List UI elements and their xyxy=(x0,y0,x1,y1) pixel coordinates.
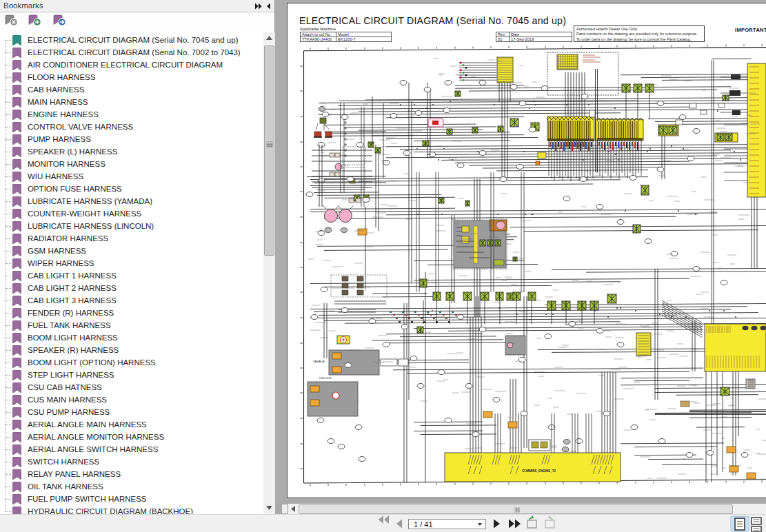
svg-text:LINCOLN: LINCOLN xyxy=(319,376,331,380)
svg-text:CUMMINS_ENGINE_T2: CUMMINS_ENGINE_T2 xyxy=(522,469,556,473)
svg-text:YAMADA: YAMADA xyxy=(313,360,325,363)
